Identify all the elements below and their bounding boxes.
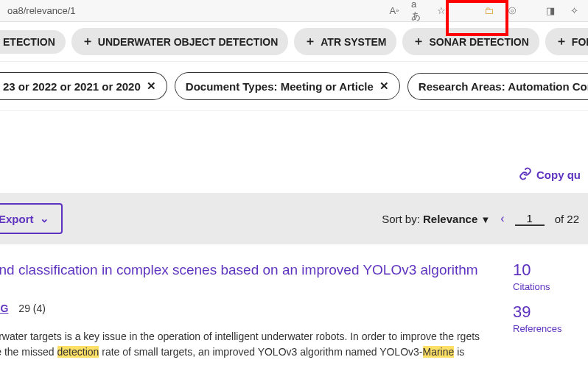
citations-count: 10 xyxy=(513,261,579,280)
sort-control[interactable]: Sort by: Relevance ▼ xyxy=(382,213,490,225)
filter-chip-area[interactable]: Research Areas: Automation Control Syste xyxy=(407,73,588,100)
spacer xyxy=(0,111,588,163)
plus-icon: ＋ xyxy=(556,34,567,49)
favorite-icon[interactable]: ☆ xyxy=(435,4,448,18)
copy-query-link[interactable]: Copy qu xyxy=(519,167,581,183)
prev-page-button[interactable]: ‹ xyxy=(500,212,504,225)
collections-icon[interactable]: ✧ xyxy=(567,4,581,18)
result-metrics: 10 Citations 39 References xyxy=(513,261,579,360)
url-text: oa8/relevance/1 xyxy=(7,5,388,16)
keyword-suggestions: ETECTION ＋UNDERWATER OBJECT DETECTION ＋A… xyxy=(0,22,588,62)
results-toolbar: Export ⌄ Sort by: Relevance ▼ ‹ of 22 xyxy=(0,193,588,244)
search-result: tion and classification in complex scene… xyxy=(0,244,588,360)
filter-chip-doctype[interactable]: Document Types: Meeting or Article✕ xyxy=(175,72,400,100)
abstract: on of underwater targets is a key issue … xyxy=(0,329,498,360)
chevron-down-icon: ⌄ xyxy=(40,212,49,225)
keyword-chip[interactable]: ＋SONAR DETECTION xyxy=(402,28,539,55)
sort-pagination: Sort by: Relevance ▼ ‹ of 22 xyxy=(382,212,579,226)
keyword-chip[interactable]: ＋FOR xyxy=(545,28,588,55)
extension-icon[interactable]: ⦾ xyxy=(505,4,519,18)
result-title[interactable]: tion and classification in complex scene… xyxy=(0,261,498,280)
result-main: tion and classification in complex scene… xyxy=(9,261,513,360)
highlight: detection xyxy=(57,346,99,358)
browser-address-bar: oa8/relevance/1 A» aあ ☆ 🗀 ⦾ ◨ ✧ xyxy=(0,0,588,22)
citations-link[interactable]: Citations xyxy=(513,281,579,292)
close-icon[interactable]: ✕ xyxy=(379,79,389,93)
references-count: 39 xyxy=(513,303,579,322)
keyword-chip[interactable]: ETECTION xyxy=(0,30,66,54)
chevron-down-icon: ▼ xyxy=(480,214,490,225)
export-button[interactable]: Export ⌄ xyxy=(0,203,63,234)
browser-icons: A» aあ ☆ 🗀 ⦾ ◨ ✧ xyxy=(388,4,581,18)
filter-chip-year[interactable]: 23 or 2022 or 2021 or 2020✕ xyxy=(0,72,167,100)
close-icon[interactable]: ✕ xyxy=(147,79,156,93)
page-input[interactable] xyxy=(515,212,545,226)
active-filters: 23 or 2022 or 2021 or 2020✕ Document Typ… xyxy=(0,62,588,111)
source-line: NIC IMAGING 29 (4) xyxy=(9,303,498,314)
link-icon xyxy=(519,167,532,183)
highlight: Marine xyxy=(423,346,455,358)
read-aloud-icon[interactable]: A» xyxy=(388,4,401,18)
volume-info: 29 (4) xyxy=(18,303,46,314)
keyword-chip[interactable]: ＋ATR SYSTEM xyxy=(294,28,396,55)
page-of-label: of 22 xyxy=(555,213,579,225)
references-link[interactable]: References xyxy=(513,323,579,334)
split-icon[interactable]: ◨ xyxy=(544,4,557,18)
plus-icon: ＋ xyxy=(82,34,94,49)
plus-icon: ＋ xyxy=(304,34,316,49)
plus-icon: ＋ xyxy=(413,34,424,49)
folder-icon[interactable]: 🗀 xyxy=(482,4,495,18)
translate-icon[interactable]: aあ xyxy=(411,4,424,18)
copy-query-bar: Copy qu xyxy=(0,163,588,193)
journal-link[interactable]: NIC IMAGING xyxy=(0,303,8,314)
keyword-chip[interactable]: ＋UNDERWATER OBJECT DETECTION xyxy=(71,28,289,55)
